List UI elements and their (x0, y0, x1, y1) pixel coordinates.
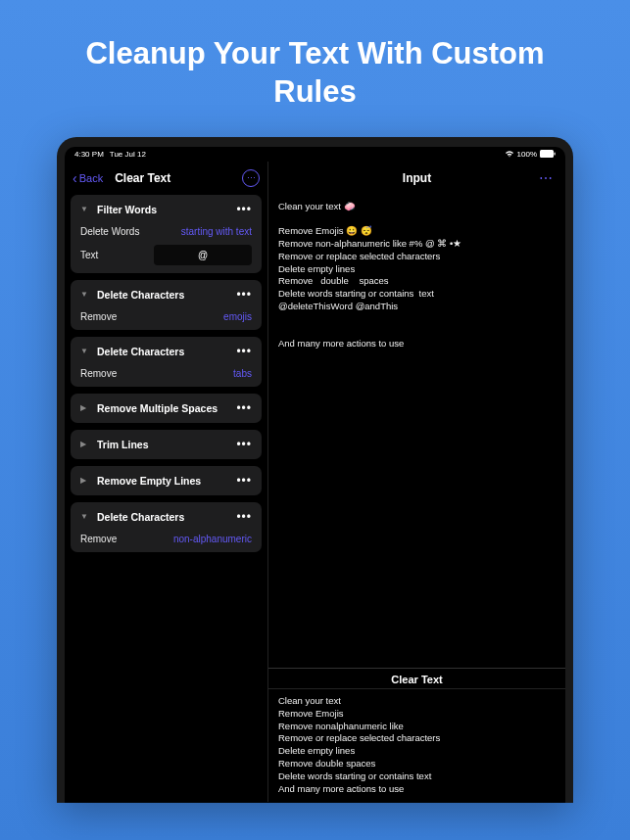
chevron-right-icon[interactable]: ▶ (80, 440, 90, 448)
status-battery-pct: 100% (517, 150, 537, 159)
back-label: Back (79, 172, 103, 184)
svg-rect-1 (555, 152, 556, 155)
rule-header[interactable]: ▼Delete Characters••• (80, 345, 252, 358)
back-button[interactable]: ‹ Back (73, 171, 103, 185)
rule-title: Delete Characters (97, 289, 229, 301)
nav-more-button[interactable]: ⋯ (242, 169, 260, 187)
ellipsis-icon: ⋯ (247, 173, 256, 183)
rule-title: Filter Words (97, 204, 229, 215)
battery-icon (540, 150, 556, 160)
rule-more-button[interactable]: ••• (236, 510, 252, 524)
rule-body: Removenon-alphanumeric (80, 534, 252, 544)
rule-row-value[interactable]: emojis (223, 311, 252, 322)
rule-row-value[interactable]: non-alphanumeric (173, 534, 252, 544)
rule-row: Removeemojis (80, 311, 252, 322)
right-pane: Input ⋯ Clean your text 🧼 Remove Emojis … (268, 162, 565, 802)
rule-row-label: Text (80, 250, 98, 260)
rule-card: ▶Remove Multiple Spaces••• (71, 394, 262, 423)
input-more-button[interactable]: ⋯ (539, 170, 554, 186)
rule-row: Delete Wordsstarting with text (80, 226, 252, 237)
rule-row-label: Remove (80, 534, 117, 544)
rule-row-value[interactable]: starting with text (181, 226, 252, 237)
chevron-right-icon[interactable]: ▶ (80, 403, 90, 412)
rule-title: Remove Empty Lines (97, 475, 229, 487)
status-date: Tue Jul 12 (110, 150, 146, 159)
wifi-icon (505, 150, 514, 160)
rule-card: ▼Filter Words•••Delete Wordsstarting wit… (71, 195, 262, 273)
promo-headline: Cleanup Your Text With Custom Rules (0, 0, 630, 137)
chevron-down-icon[interactable]: ▼ (80, 290, 90, 299)
rule-more-button[interactable]: ••• (236, 345, 252, 358)
rule-card: ▼Delete Characters•••Removetabs (71, 337, 262, 387)
rule-header[interactable]: ▶Remove Multiple Spaces••• (80, 401, 252, 415)
rule-row-label: Remove (80, 368, 117, 379)
chevron-right-icon[interactable]: ▶ (80, 476, 90, 485)
rule-title: Trim Lines (97, 439, 229, 450)
rule-more-button[interactable]: ••• (236, 288, 252, 302)
rule-more-button[interactable]: ••• (236, 203, 252, 216)
status-time: 4:30 PM (74, 150, 104, 159)
rule-row-label: Delete Words (80, 226, 139, 237)
svg-rect-0 (540, 150, 554, 158)
nav-bar: ‹ Back Clear Text ⋯ (65, 162, 267, 195)
rule-row: Removenon-alphanumeric (80, 534, 252, 544)
rule-more-button[interactable]: ••• (236, 474, 252, 488)
output-text-area: Clean your text Remove Emojis Remove non… (268, 689, 565, 802)
rules-list: ▼Filter Words•••Delete Wordsstarting wit… (65, 195, 267, 802)
rule-more-button[interactable]: ••• (236, 401, 252, 415)
nav-title: Clear Text (115, 171, 170, 185)
rule-row-value[interactable]: tabs (233, 368, 252, 379)
rule-header[interactable]: ▼Delete Characters••• (80, 510, 252, 524)
rule-header[interactable]: ▶Trim Lines••• (80, 438, 252, 451)
rule-more-button[interactable]: ••• (236, 438, 252, 451)
rule-card: ▶Trim Lines••• (71, 430, 262, 459)
input-text-area[interactable]: Clean your text 🧼 Remove Emojis 😀 😴 Remo… (268, 195, 565, 357)
rule-text-input[interactable] (154, 245, 252, 265)
output-section: Clear Text Clean your text Remove Emojis… (268, 668, 565, 802)
chevron-down-icon[interactable]: ▼ (80, 512, 90, 521)
chevron-down-icon[interactable]: ▼ (80, 205, 90, 213)
rule-card: ▼Delete Characters•••Removenon-alphanume… (71, 502, 262, 552)
rule-title: Delete Characters (97, 511, 229, 523)
rule-row: Removetabs (80, 368, 252, 379)
chevron-left-icon: ‹ (73, 171, 77, 185)
rule-title: Delete Characters (97, 346, 229, 357)
left-pane: ‹ Back Clear Text ⋯ ▼Filter Words•••Dele… (65, 162, 268, 802)
device-frame: 4:30 PM Tue Jul 12 100% ‹ Back (57, 137, 573, 803)
rule-card: ▶Remove Empty Lines••• (71, 466, 262, 495)
rule-header[interactable]: ▼Delete Characters••• (80, 288, 252, 302)
rule-card: ▼Delete Characters•••Removeemojis (71, 280, 262, 330)
output-title: Clear Text (268, 669, 565, 689)
screen: 4:30 PM Tue Jul 12 100% ‹ Back (65, 147, 565, 803)
rule-body: Removeemojis (80, 311, 252, 322)
status-bar: 4:30 PM Tue Jul 12 100% (65, 147, 565, 162)
rule-title: Remove Multiple Spaces (97, 402, 229, 414)
rule-body: Delete Wordsstarting with textText (80, 226, 252, 265)
input-header: Input ⋯ (268, 162, 565, 195)
input-title: Input (403, 171, 431, 185)
rule-header[interactable]: ▼Filter Words••• (80, 203, 252, 216)
rule-row-label: Remove (80, 311, 117, 322)
rule-row: Text (80, 245, 252, 265)
rule-body: Removetabs (80, 368, 252, 379)
rule-header[interactable]: ▶Remove Empty Lines••• (80, 474, 252, 488)
chevron-down-icon[interactable]: ▼ (80, 347, 90, 355)
